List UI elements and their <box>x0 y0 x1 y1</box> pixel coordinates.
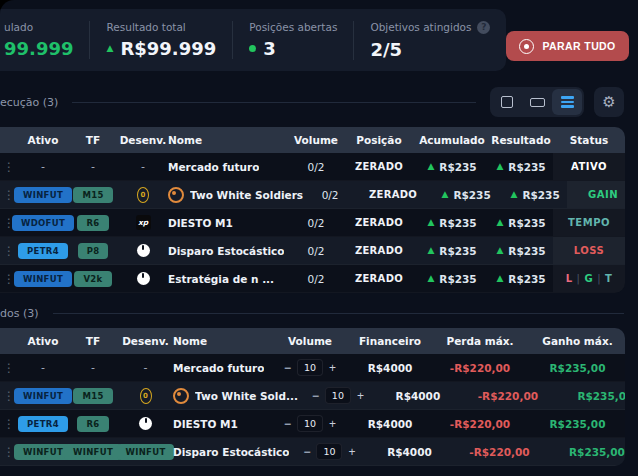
row-menu-button[interactable]: ⋮ <box>0 153 18 180</box>
col-perda-max: Perda máx. <box>430 335 530 347</box>
tf-value: - <box>91 361 95 374</box>
card-view-icon <box>501 96 513 108</box>
stop-icon <box>519 39 534 54</box>
volume-input[interactable] <box>325 387 351 404</box>
table-row: ⋮ PETR4 P8 Disparo Estocástico 0/2 ZERAD… <box>0 237 625 265</box>
financeiro-value: R$4000 <box>368 362 413 374</box>
resultado-value: R$235 <box>508 273 545 285</box>
up-triangle-icon: ▲ <box>427 218 434 227</box>
ganho-max-value: R$235,00 <box>577 390 625 402</box>
acumulado-value: R$235 <box>439 217 476 229</box>
strategy-name: Two White Sold... <box>195 390 298 402</box>
stat-result-total-label: Resultado total <box>106 21 216 33</box>
resultado-value: R$235 <box>508 245 545 257</box>
configured-section-header: dos (3) <box>0 293 638 328</box>
volume-stepper: − + <box>312 387 364 404</box>
col-desenv: Desenv. <box>118 335 173 347</box>
ativo-value: - <box>41 160 45 173</box>
running-table: Ativo TF Desenv. Nome Volume Posição Acu… <box>0 127 625 293</box>
status-badge: TEMPO <box>553 209 625 236</box>
view-card-button[interactable] <box>492 89 522 115</box>
financeiro-value: R$4000 <box>387 446 432 458</box>
stat-goals-label: Objetivos atingidos ? <box>370 21 490 34</box>
increment-button[interactable]: + <box>329 362 336 374</box>
col-resultado: Resultado <box>489 134 553 146</box>
col-status: Status <box>553 134 625 146</box>
volume-value: 0/2 <box>308 273 325 285</box>
volume-input[interactable] <box>297 415 323 432</box>
stat-result-total-value: ▲ R$99.999 <box>106 38 216 59</box>
col-nome: Nome <box>168 134 289 146</box>
strategy-name: Two White Soldiers <box>190 189 303 201</box>
strategy-name: Mercado futuro <box>173 362 264 374</box>
table-row: ⋮ PETR4 R6 DIESTO M1 − + R$4000 -R$220,0… <box>0 410 625 438</box>
settings-button[interactable]: ⚙ <box>594 87 624 117</box>
running-section-header: ecução (3) ⚙ <box>0 71 638 127</box>
view-row-button[interactable] <box>522 89 552 115</box>
power-icon <box>137 244 150 257</box>
stat-goals-label-text: Objetivos atingidos <box>370 21 471 33</box>
power-icon <box>139 417 152 430</box>
up-triangle-icon: ▲ <box>427 162 434 171</box>
position-value: ZERADO <box>369 189 417 200</box>
crown-icon <box>173 388 189 404</box>
table-row: ⋮ WINFUT M15 0 Two White Soldiers 0/2 ZE… <box>0 181 625 209</box>
table-row: ⋮ WINFUT V2k Estratégia de n ... 0/2 ZER… <box>0 265 625 293</box>
resultado-value: R$235 <box>508 161 545 173</box>
increment-button[interactable]: + <box>348 446 355 458</box>
volume-input[interactable] <box>316 443 342 460</box>
running-section-title: ecução (3) <box>0 96 58 109</box>
decrement-button[interactable]: − <box>284 362 291 374</box>
ativo-badge: WDOFUT <box>12 215 74 231</box>
stat-result-total: Resultado total ▲ R$99.999 <box>89 21 232 59</box>
ativo-value: - <box>41 361 45 374</box>
col-ativo: Ativo <box>18 134 68 146</box>
up-triangle-icon: ▲ <box>427 274 434 283</box>
stop-all-button[interactable]: PARAR TUDO <box>506 31 628 61</box>
ativo-badge: PETR4 <box>18 243 68 259</box>
volume-input[interactable] <box>297 359 323 376</box>
col-financeiro: Financeiro <box>350 335 430 347</box>
increment-button[interactable]: + <box>357 390 364 402</box>
col-volume: Volume <box>270 335 350 347</box>
tf-badge: R6 <box>77 416 108 432</box>
col-nome: Nome <box>173 335 270 347</box>
volume-value: 0/2 <box>308 217 325 229</box>
strategy-name: Disparo Estocástico <box>168 245 284 257</box>
decrement-button[interactable]: − <box>284 418 291 430</box>
decrement-button[interactable]: − <box>312 390 319 402</box>
ganho-max-value: R$235,00 <box>569 446 625 458</box>
col-desenv: Desenv. <box>118 134 168 146</box>
up-triangle-icon: ▲ <box>496 246 503 255</box>
tf-badge: WINFUT <box>64 444 122 460</box>
row-menu-button[interactable]: ⋮ <box>0 237 18 264</box>
stat-goals-value: 2/5 <box>370 39 490 60</box>
acumulado-value: R$235 <box>453 189 490 201</box>
ativo-badge: PETR4 <box>18 416 68 432</box>
decrement-button[interactable]: − <box>303 446 310 458</box>
stat-open-positions-count: 3 <box>263 38 276 59</box>
status-badge: ATIVO <box>553 153 625 180</box>
col-ativo: Ativo <box>18 335 68 347</box>
row-menu-button[interactable]: ⋮ <box>0 354 18 381</box>
stats-summary-card: ulado 99.999 Resultado total ▲ R$99.999 … <box>0 9 506 71</box>
table-row: ⋮ - - - Mercado futuro 0/2 ZERADO ▲R$235… <box>0 153 625 181</box>
ativo-badge: WINFUT <box>14 187 72 203</box>
position-value: ZERADO <box>355 217 403 228</box>
stop-all-label: PARAR TUDO <box>542 40 615 52</box>
col-volume: Volume <box>289 134 343 146</box>
help-icon[interactable]: ? <box>477 21 490 34</box>
table-row: ⋮ - - - Mercado futuro − + R$4000 -R$220… <box>0 354 625 382</box>
up-triangle-icon: ▲ <box>496 274 503 283</box>
coin-icon: 0 <box>140 388 152 404</box>
increment-button[interactable]: + <box>329 418 336 430</box>
row-menu-button[interactable]: ⋮ <box>0 410 18 437</box>
stat-accumulated-value: 99.999 <box>4 38 73 59</box>
up-triangle-icon: ▲ <box>496 162 503 171</box>
strategy-name: Disparo Estocástico <box>173 446 289 458</box>
divider <box>53 313 624 314</box>
view-list-button[interactable] <box>552 89 582 115</box>
tf-badge: V2k <box>74 271 111 287</box>
up-triangle-icon: ▲ <box>496 218 503 227</box>
volume-stepper: − + <box>303 443 355 460</box>
